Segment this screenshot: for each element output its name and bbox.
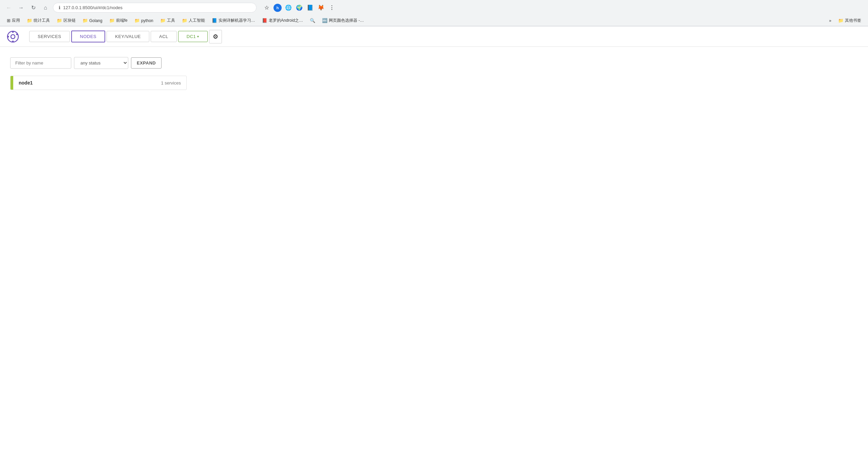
- bookmark-ml-label: 实例详解机器学习…: [219, 18, 255, 23]
- otherbooks-icon: 📁: [838, 18, 844, 23]
- bookmark-frontend[interactable]: 📁 前端fe: [107, 17, 130, 24]
- consul-logo: [7, 31, 19, 43]
- reload-button[interactable]: ↻: [29, 3, 38, 13]
- profile-avatar-letter: h: [277, 6, 279, 10]
- search-icon: 🔍: [310, 18, 315, 23]
- browser-toolbar: ← → ↻ ⌂ ℹ 127.0.0.1:8500/ui/#/dc1/nodes …: [0, 0, 868, 15]
- gear-icon: ⚙: [213, 33, 218, 40]
- stats-icon: 📁: [27, 18, 32, 23]
- bookmark-stats[interactable]: 📁 统计工具: [24, 17, 53, 24]
- main-content: any status passing warning critical EXPA…: [0, 47, 868, 100]
- bookmark-tools[interactable]: 📁 工具: [157, 17, 178, 24]
- bookmark-frontend-label: 前端fe: [116, 18, 128, 23]
- svg-point-4: [7, 36, 9, 37]
- node-list: node1 1 services: [10, 76, 187, 90]
- node-name: node1: [19, 80, 33, 86]
- bookmark-golang-label: Golang: [89, 18, 102, 23]
- blockchain-icon: 📁: [57, 18, 62, 23]
- svg-point-1: [11, 35, 15, 39]
- svg-point-5: [16, 33, 18, 35]
- ml-icon: 📘: [212, 18, 217, 23]
- bookmark-ml[interactable]: 📘 实例详解机器学习…: [209, 17, 258, 24]
- filter-row: any status passing warning critical EXPA…: [10, 57, 858, 69]
- bookmark-python[interactable]: 📁 python: [132, 17, 156, 24]
- tab-nodes[interactable]: NODES: [71, 31, 106, 42]
- star-button[interactable]: ☆: [262, 3, 271, 13]
- tab-dc[interactable]: DC1 ▾: [178, 31, 208, 42]
- golang-icon: 📁: [82, 18, 88, 23]
- bookmark-python-label: python: [141, 18, 153, 23]
- bookmark-apps-label: 应用: [12, 18, 20, 23]
- table-row[interactable]: node1 1 services: [10, 76, 187, 90]
- bookmark-colorpicker[interactable]: 🔤 网页颜色选择器 -…: [319, 17, 366, 24]
- svg-point-0: [7, 31, 18, 42]
- tab-keyvalue[interactable]: KEY/VALUE: [107, 31, 149, 42]
- node-services-count: 1 services: [161, 80, 181, 86]
- ai-icon: 📁: [182, 18, 187, 23]
- back-button[interactable]: ←: [4, 3, 14, 13]
- profile-button[interactable]: h: [273, 3, 282, 13]
- tab-services[interactable]: SERVICES: [29, 31, 70, 42]
- chevron-down-icon: ▾: [197, 35, 199, 38]
- bookmark-search[interactable]: 🔍: [307, 17, 318, 24]
- python-icon: 📁: [134, 18, 140, 23]
- settings-button[interactable]: ⚙: [209, 30, 222, 43]
- bookmark-otherbooks-label: 其他书签: [845, 18, 861, 23]
- status-select[interactable]: any status passing warning critical: [74, 57, 128, 69]
- bookmark-colorpicker-label: 网页颜色选择器 -…: [329, 18, 364, 23]
- extension3-button[interactable]: 📘: [305, 3, 315, 13]
- menu-button[interactable]: ⋮: [327, 3, 337, 13]
- android-icon: 📕: [262, 18, 267, 23]
- consul-logo-svg: [7, 31, 19, 43]
- node-status-indicator: [11, 76, 13, 90]
- bookmark-blockchain-label: 区块链: [63, 18, 76, 23]
- tab-acl[interactable]: ACL: [151, 31, 177, 42]
- browser-chrome: ← → ↻ ⌂ ℹ 127.0.0.1:8500/ui/#/dc1/nodes …: [0, 0, 868, 26]
- browser-actions: ☆ h 🌐 🌍 📘 🦊 ⋮: [262, 3, 337, 13]
- filter-name-input[interactable]: [10, 57, 71, 69]
- expand-button[interactable]: EXPAND: [131, 57, 162, 69]
- bookmarks-bar: ⊞ 应用 📁 统计工具 📁 区块链 📁 Golang 📁 前端fe 📁 pyth…: [0, 15, 868, 26]
- bookmark-ai[interactable]: 📁 人工智能: [179, 17, 208, 24]
- address-icon: ℹ: [59, 5, 60, 10]
- extension4-button[interactable]: 🦊: [316, 3, 326, 13]
- address-text: 127.0.0.1:8500/ui/#/dc1/nodes: [63, 5, 122, 10]
- colorpicker-icon: 🔤: [322, 18, 327, 23]
- extension1-button[interactable]: 🌐: [284, 3, 293, 13]
- extension2-button[interactable]: 🌍: [295, 3, 304, 13]
- app-header: SERVICES NODES KEY/VALUE ACL DC1 ▾ ⚙: [0, 26, 868, 47]
- bookmarks-more-button[interactable]: »: [826, 17, 834, 24]
- bookmark-otherbooks[interactable]: 📁 其他书签: [835, 17, 864, 24]
- frontend-icon: 📁: [109, 18, 115, 23]
- apps-icon: ⊞: [7, 18, 11, 23]
- bookmark-android-label: 老罗的Android之…: [269, 18, 303, 23]
- home-button[interactable]: ⌂: [41, 3, 50, 13]
- bookmark-ai-label: 人工智能: [189, 18, 205, 23]
- bookmark-tools-label: 工具: [167, 18, 175, 23]
- tools-icon: 📁: [160, 18, 166, 23]
- bookmark-stats-label: 统计工具: [34, 18, 50, 23]
- nav-tabs: SERVICES NODES KEY/VALUE ACL DC1 ▾ ⚙: [29, 30, 861, 43]
- forward-button[interactable]: →: [16, 3, 26, 13]
- bookmark-golang[interactable]: 📁 Golang: [80, 17, 105, 24]
- node-info: node1 1 services: [13, 76, 186, 90]
- dc-label: DC1: [187, 34, 196, 39]
- address-bar[interactable]: ℹ 127.0.0.1:8500/ui/#/dc1/nodes: [53, 3, 257, 13]
- svg-point-3: [12, 40, 14, 42]
- bookmark-blockchain[interactable]: 📁 区块链: [54, 17, 78, 24]
- svg-point-2: [12, 31, 14, 33]
- bookmark-android[interactable]: 📕 老罗的Android之…: [259, 17, 306, 24]
- bookmark-apps[interactable]: ⊞ 应用: [4, 17, 23, 24]
